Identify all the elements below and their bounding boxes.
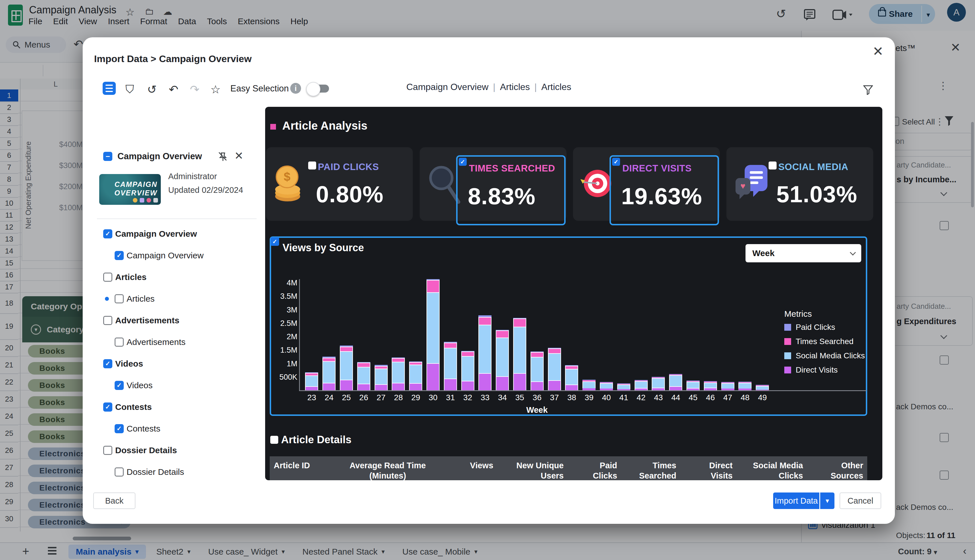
import-options-caret[interactable]: ▾ bbox=[820, 492, 835, 509]
bar-week-34[interactable] bbox=[496, 330, 509, 390]
y-tick-label: 2M bbox=[274, 332, 297, 341]
bar-week-39[interactable] bbox=[582, 380, 595, 390]
tree-item-advertisements[interactable]: Advertisements bbox=[89, 331, 265, 353]
kpi-card-times-searched[interactable]: ✓TIMES SEARCHED8.83% bbox=[420, 147, 567, 221]
tree-item-campaign-overview[interactable]: ✓Campaign Overview bbox=[89, 245, 265, 266]
kpi-checkbox[interactable] bbox=[308, 162, 316, 170]
tree-checkbox[interactable]: ✓ bbox=[115, 381, 124, 390]
column-header-direct[interactable]: DirectVisits bbox=[676, 456, 733, 480]
bar-week-26[interactable] bbox=[357, 362, 370, 390]
column-header-views[interactable]: Views bbox=[440, 456, 493, 480]
tree-item-contests[interactable]: ✓Contests bbox=[89, 396, 265, 418]
bar-week-38[interactable] bbox=[565, 365, 578, 390]
x-tick-label: 25 bbox=[338, 393, 355, 402]
kpi-selection-box: ✓TIMES SEARCHED8.83% bbox=[456, 155, 565, 225]
tree-item-dossier-details[interactable]: Dossier Details bbox=[89, 440, 265, 461]
tree-checkbox[interactable]: ✓ bbox=[103, 359, 112, 368]
bar-week-29[interactable] bbox=[409, 362, 422, 390]
column-header-social-media[interactable]: Social MediaClicks bbox=[733, 456, 803, 480]
kpi-checkbox[interactable]: ✓ bbox=[459, 158, 467, 166]
tree-item-campaign-overview[interactable]: ✓Campaign Overview bbox=[89, 223, 265, 245]
tree-checkbox[interactable]: ✓ bbox=[103, 402, 112, 412]
import-data-button[interactable]: Import Data bbox=[773, 492, 819, 509]
kpi-checkbox[interactable] bbox=[769, 162, 777, 170]
column-header-paid[interactable]: PaidClicks bbox=[564, 456, 617, 480]
column-header-times[interactable]: TimesSearched bbox=[617, 456, 676, 480]
bar-week-36[interactable] bbox=[530, 352, 544, 390]
tree-checkbox[interactable] bbox=[103, 316, 112, 325]
back-button[interactable]: Back bbox=[93, 492, 135, 509]
bar-segment bbox=[582, 388, 595, 390]
tree-item-videos[interactable]: ✓Videos bbox=[89, 375, 265, 396]
bar-week-33[interactable] bbox=[478, 315, 492, 390]
bar-segment bbox=[513, 373, 526, 390]
bar-week-41[interactable] bbox=[617, 383, 630, 390]
kpi-card-paid-clicks[interactable]: $PAID CLICKS0.80% bbox=[266, 147, 413, 221]
dialog-close-icon[interactable]: ✕ bbox=[872, 43, 883, 59]
bar-week-28[interactable] bbox=[392, 357, 405, 390]
column-header-average-read-time[interactable]: Average Read Time(Minutes) bbox=[336, 456, 440, 480]
column-header-other[interactable]: OtherSources bbox=[803, 456, 863, 480]
bar-week-30[interactable] bbox=[426, 279, 440, 390]
tree-item-articles[interactable]: Articles bbox=[89, 266, 265, 288]
column-header-new-unique[interactable]: New UniqueUsers bbox=[493, 456, 564, 480]
bar-week-31[interactable] bbox=[444, 342, 457, 390]
bar-segment bbox=[305, 373, 318, 375]
bar-week-25[interactable] bbox=[340, 345, 353, 390]
x-tick-label: 30 bbox=[425, 393, 442, 402]
bar-week-23[interactable] bbox=[305, 372, 318, 390]
bar-segment bbox=[409, 362, 422, 365]
dataset-indeterminate-checkbox[interactable]: − bbox=[103, 152, 112, 161]
bar-segment bbox=[478, 373, 492, 390]
tree-checkbox[interactable]: ✓ bbox=[115, 424, 124, 433]
bar-week-45[interactable] bbox=[686, 380, 700, 390]
breadcrumb-campaign-overview[interactable]: Campaign Overview bbox=[406, 82, 488, 92]
dataset-thumbnail[interactable]: CAMPAIGN OVERVIEW bbox=[99, 174, 161, 205]
bar-week-27[interactable] bbox=[375, 365, 388, 390]
bar-segment bbox=[340, 351, 353, 380]
column-header-article-id[interactable]: Article ID bbox=[274, 456, 336, 480]
bar-week-48[interactable] bbox=[738, 382, 751, 390]
tree-checkbox[interactable] bbox=[115, 294, 124, 303]
cancel-button[interactable]: Cancel bbox=[840, 492, 881, 509]
bar-week-44[interactable] bbox=[669, 374, 682, 390]
x-tick-label: 39 bbox=[580, 393, 598, 402]
tree-checkbox[interactable]: ✓ bbox=[115, 251, 124, 260]
article-details-checkbox[interactable] bbox=[270, 436, 278, 444]
tree-item-articles[interactable]: Articles bbox=[89, 288, 265, 310]
tree-item-videos[interactable]: ✓Videos bbox=[89, 353, 265, 375]
tree-label: Articles bbox=[127, 294, 154, 303]
kpi-checkbox[interactable]: ✓ bbox=[612, 158, 620, 166]
tree-checkbox[interactable] bbox=[103, 273, 112, 282]
breadcrumb-articles-2[interactable]: Articles bbox=[541, 82, 571, 92]
bar-week-32[interactable] bbox=[461, 351, 474, 390]
kpi-value: 51.03% bbox=[776, 181, 857, 208]
unpin-icon[interactable] bbox=[217, 152, 227, 162]
tree-checkbox[interactable] bbox=[103, 446, 112, 455]
x-tick-label: 44 bbox=[667, 393, 684, 402]
bar-segment bbox=[548, 380, 561, 390]
tree-checkbox[interactable] bbox=[115, 338, 124, 347]
views-by-source-widget[interactable]: ✓ Views by Source Week Week Metrics Paid… bbox=[270, 237, 867, 416]
bar-segment bbox=[409, 383, 422, 390]
bar-week-46[interactable] bbox=[704, 381, 717, 390]
bar-week-37[interactable] bbox=[548, 348, 561, 390]
bar-week-43[interactable] bbox=[652, 377, 665, 390]
tree-item-dossier-details[interactable]: Dossier Details bbox=[89, 461, 265, 483]
bar-week-35[interactable] bbox=[513, 318, 526, 390]
breadcrumb-articles[interactable]: Articles bbox=[500, 82, 530, 92]
tree-checkbox[interactable] bbox=[115, 467, 124, 477]
sidebar-close-icon[interactable]: ✕ bbox=[234, 150, 244, 162]
kpi-card-social-media[interactable]: ♥SOCIAL MEDIA51.03% bbox=[726, 147, 873, 221]
filter-icon[interactable] bbox=[863, 85, 873, 95]
bar-week-42[interactable] bbox=[635, 380, 648, 390]
tree-item-contests[interactable]: ✓Contests bbox=[89, 418, 265, 440]
bar-week-47[interactable] bbox=[721, 382, 734, 390]
bar-week-49[interactable] bbox=[756, 385, 769, 390]
kpi-card-direct-visits[interactable]: ✓DIRECT VISITS19.63% bbox=[573, 147, 720, 221]
tree-checkbox[interactable]: ✓ bbox=[103, 229, 112, 238]
tree-item-advertisements[interactable]: Advertisements bbox=[89, 310, 265, 331]
bar-week-40[interactable] bbox=[600, 382, 613, 390]
bar-week-24[interactable] bbox=[323, 357, 336, 390]
bar-segment bbox=[513, 318, 526, 327]
